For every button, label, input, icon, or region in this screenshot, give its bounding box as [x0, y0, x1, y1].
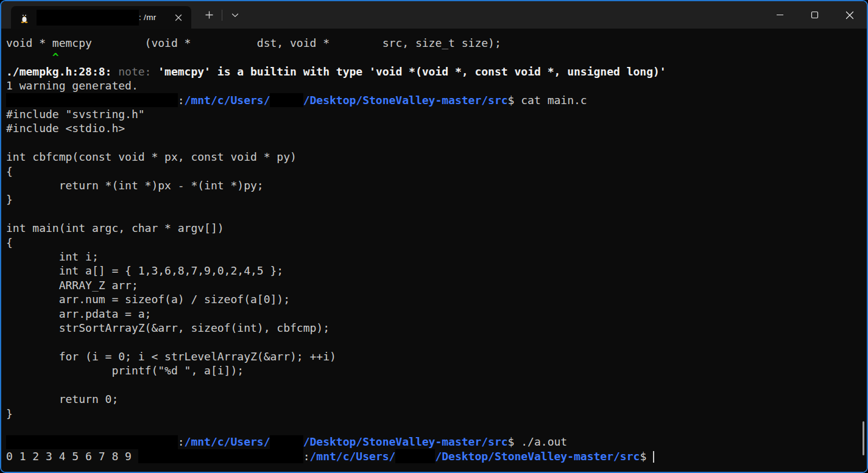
terminal-line: ARRAY_Z arr; — [6, 278, 867, 292]
terminal-line: int cbfcmp(const void * px, const void *… — [6, 150, 867, 164]
terminal-line: int i; — [6, 250, 867, 264]
window-close-icon — [845, 11, 854, 19]
redaction-box — [6, 435, 178, 449]
terminal-cursor — [653, 451, 654, 463]
terminal-text: /mnt/c/Users/ — [310, 450, 396, 463]
plus-icon — [205, 11, 213, 19]
terminal-line: :/mnt/c/Users//Desktop/StoneValley-maste… — [6, 435, 867, 449]
terminal-text: for (i = 0; i < strLevelArrayZ(&arr); ++… — [6, 350, 336, 363]
titlebar-drag-area[interactable] — [244, 1, 763, 29]
tab-wsl[interactable]: : /mr — [11, 6, 191, 29]
terminal-text: printf("%d ", a[i]); — [6, 364, 244, 377]
terminal-window: : /mr — [0, 0, 868, 473]
redaction-box — [270, 435, 303, 449]
titlebar[interactable]: : /mr — [1, 1, 867, 29]
terminal-line — [6, 207, 867, 221]
terminal-text: $ — [640, 450, 653, 463]
terminal-text: /mnt/c/Users/ — [185, 94, 270, 107]
terminal-text: return *(int *)px - *(int *)py; — [6, 179, 264, 192]
redaction-box — [138, 449, 303, 463]
terminal-line — [6, 335, 867, 349]
terminal-text: { — [6, 165, 13, 178]
terminal-line: } — [6, 407, 867, 421]
terminal-line: arr.pdata = a; — [6, 307, 867, 321]
tab-title: : /mr — [139, 13, 157, 22]
terminal-text: note: — [118, 65, 158, 78]
terminal-line: strSortArrayZ(&arr, sizeof(int), cbfcmp)… — [6, 321, 867, 335]
scrollbar-thumb[interactable] — [863, 421, 864, 455]
terminal-text: : — [178, 94, 185, 107]
terminal-line: 1 warning generated. — [6, 79, 867, 93]
minimize-button[interactable] — [763, 1, 797, 29]
terminal-text: return 0; — [6, 393, 118, 405]
terminal-text: { — [6, 236, 13, 249]
minimize-icon — [776, 11, 784, 19]
divider — [222, 10, 222, 21]
terminal-text: /Desktop/StoneValley-master/src — [303, 435, 508, 448]
terminal-text: int i; — [6, 250, 99, 263]
terminal-line: } — [6, 192, 867, 206]
terminal-line: #include "svstring.h" — [6, 107, 867, 121]
linux-penguin-icon — [18, 12, 30, 24]
terminal-line: return 0; — [6, 392, 867, 406]
terminal-line: printf("%d ", a[i]); — [6, 363, 867, 377]
redaction-box — [6, 93, 178, 107]
new-tab-button[interactable] — [200, 7, 218, 24]
terminal-text: ARRAY_Z arr; — [6, 279, 138, 292]
terminal-screen[interactable]: void * memcpy (void * dst, void * src, s… — [1, 29, 867, 472]
terminal-text: $ cat main.c — [508, 94, 587, 107]
maximize-icon — [811, 11, 819, 19]
tab-close-icon[interactable] — [172, 11, 185, 24]
terminal-text: int main(int argc, char * argv[]) — [6, 222, 224, 234]
terminal-line: int main(int argc, char * argv[]) — [6, 221, 867, 235]
terminal-line: 0 1 2 3 4 5 6 7 8 9 :/mnt/c/Users//Deskt… — [6, 449, 867, 463]
terminal-text: int a[] = { 1,3,6,8,7,9,0,2,4,5 }; — [6, 264, 283, 277]
terminal-text: } — [6, 407, 13, 420]
terminal-line: arr.num = sizeof(a) / sizeof(a[0]); — [6, 292, 867, 306]
terminal-text: /Desktop/StoneValley-master/src — [435, 450, 640, 463]
terminal-line: { — [6, 164, 867, 178]
terminal-line: return *(int *)px - *(int *)py; — [6, 178, 867, 192]
terminal-text: : — [178, 435, 185, 448]
terminal-text: 1 warning generated. — [6, 79, 138, 92]
terminal-text: #include <stdio.h> — [6, 122, 125, 135]
terminal-text: arr.pdata = a; — [6, 307, 151, 320]
terminal-text: #include "svstring.h" — [6, 108, 145, 121]
terminal-line: ./mempkg.h:28:8: note: 'memcpy' is a bui… — [6, 65, 867, 79]
terminal-text: 'memcpy' is a builtin with type 'void *(… — [158, 65, 666, 78]
terminal-line — [6, 378, 867, 392]
terminal-text: } — [6, 193, 13, 206]
terminal-line: ^ — [6, 50, 867, 64]
redaction-box — [270, 93, 303, 107]
terminal-text: strSortArrayZ(&arr, sizeof(int), cbfcmp)… — [6, 321, 330, 334]
tab-dropdown-button[interactable] — [226, 7, 244, 24]
chevron-down-icon — [231, 13, 239, 18]
redaction-box — [395, 449, 435, 463]
terminal-text: $ ./a.out — [508, 435, 568, 448]
maximize-button[interactable] — [797, 1, 832, 29]
terminal-text: : — [303, 450, 310, 463]
terminal-text: void * memcpy (void * dst, void * src, s… — [6, 37, 501, 49]
close-button[interactable] — [832, 1, 867, 29]
terminal-line — [6, 421, 867, 435]
terminal-line: int a[] = { 1,3,6,8,7,9,0,2,4,5 }; — [6, 264, 867, 278]
redaction-box — [37, 10, 139, 26]
terminal-line: #include <stdio.h> — [6, 121, 867, 135]
terminal-text: /mnt/c/Users/ — [185, 435, 270, 448]
terminal-text: arr.num = sizeof(a) / sizeof(a[0]); — [6, 293, 290, 306]
terminal-text: ./mempkg.h:28:8: — [6, 65, 118, 78]
terminal-line: void * memcpy (void * dst, void * src, s… — [6, 36, 867, 50]
terminal-line: for (i = 0; i < strLevelArrayZ(&arr); ++… — [6, 349, 867, 363]
terminal-text: int cbfcmp(const void * px, const void *… — [6, 150, 297, 163]
terminal-line: :/mnt/c/Users//Desktop/StoneValley-maste… — [6, 93, 867, 107]
terminal-text: ^ — [6, 51, 59, 63]
terminal-text: /Desktop/StoneValley-master/src — [303, 94, 508, 107]
terminal-line: { — [6, 236, 867, 250]
terminal-line — [6, 136, 867, 150]
terminal-text: 0 1 2 3 4 5 6 7 8 9 — [6, 450, 138, 463]
